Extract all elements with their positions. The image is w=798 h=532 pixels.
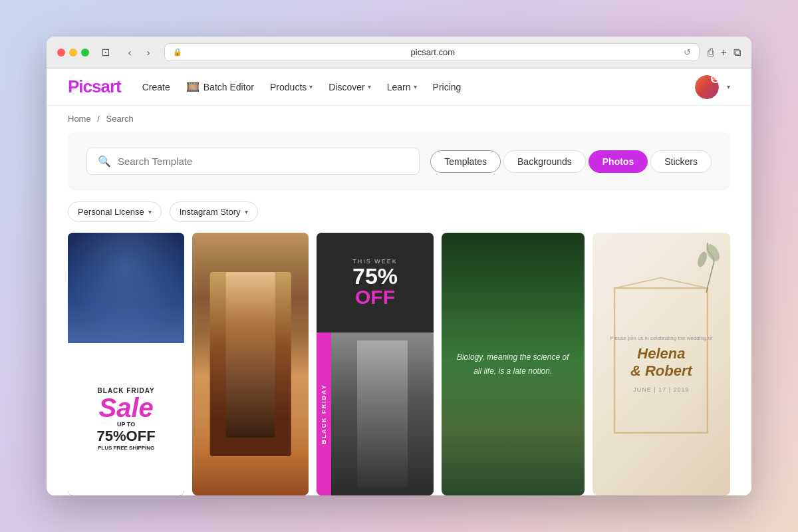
search-icon: 🔍 — [98, 155, 111, 168]
nav-right: 10+ ▾ — [695, 75, 730, 99]
nav-item-products[interactable]: Products ▾ — [270, 82, 313, 92]
new-tab-icon[interactable]: + — [721, 47, 727, 59]
breadcrumb: Home / Search — [47, 106, 751, 132]
discover-dropdown-arrow: ▾ — [368, 83, 371, 90]
url-text: picsart.com — [186, 47, 680, 57]
address-bar[interactable]: 🔒 picsart.com ↺ — [164, 43, 700, 61]
products-dropdown-arrow: ▾ — [309, 83, 313, 90]
maximize-button[interactable] — [81, 49, 89, 57]
filter-photos-button[interactable]: Photos — [589, 150, 648, 173]
nav-arrows: ‹ › — [122, 45, 156, 61]
shipping-label: PLUS FREE SHIPPING — [98, 445, 154, 451]
learn-dropdown-arrow: ▾ — [414, 83, 417, 90]
sidebar-toggle-button[interactable]: ⊡ — [97, 45, 114, 60]
biology-quote-text: Biology, meaning the science of all life… — [455, 350, 571, 378]
nav-item-learn[interactable]: Learn ▾ — [387, 82, 417, 92]
format-filter-label: Instagram Story — [180, 207, 241, 217]
wedding-date: JUNE | 17 | 2019 — [633, 386, 689, 393]
nav-create-label: Create — [142, 82, 170, 92]
nav-pricing-label: Pricing — [433, 82, 462, 92]
gallery-item-fashion[interactable] — [192, 233, 309, 495]
license-filter-label: Personal License — [78, 207, 144, 217]
bf-vertical-text: BLACK FRIDAY — [317, 332, 331, 495]
nav-item-discover[interactable]: Discover ▾ — [329, 82, 370, 92]
percent-off-label: 75%OFF — [97, 428, 156, 445]
nav-items: Create 🎞️ Batch Editor Products ▾ Discov… — [142, 80, 695, 93]
percent-75-label: 75% — [352, 265, 398, 287]
back-button[interactable]: ‹ — [122, 45, 138, 61]
up-to-label: UP TO — [117, 421, 135, 428]
license-dropdown-arrow: ▾ — [148, 208, 152, 215]
gallery-item-bf75[interactable]: THIS WEEK 75% OFF BLACK FRIDAY — [317, 233, 433, 495]
user-avatar[interactable]: 10+ — [695, 75, 719, 99]
lock-icon: 🔒 — [173, 48, 182, 57]
gallery-item-biology-quote[interactable]: Biology, meaning the science of all life… — [442, 233, 585, 495]
wedding-names: Helena & Robert — [630, 345, 692, 380]
sale-label: Sale — [98, 394, 153, 421]
search-row: 🔍 Templates Backgrounds Photos Stickers — [86, 148, 712, 175]
filter-backgrounds-button[interactable]: Backgrounds — [503, 150, 586, 173]
off-label: OFF — [355, 287, 395, 307]
nav-item-batch-editor[interactable]: 🎞️ Batch Editor — [186, 80, 254, 93]
gallery-item-black-friday-sale[interactable]: BLACK FRIDAY Sale UP TO 75%OFF PLUS FREE… — [68, 233, 184, 495]
gallery: BLACK FRIDAY Sale UP TO 75%OFF PLUS FREE… — [47, 233, 751, 495]
filters-row: Personal License ▾ Instagram Story ▾ — [47, 191, 751, 233]
share-icon[interactable]: ⎙ — [708, 47, 714, 59]
filter-stickers-button[interactable]: Stickers — [650, 150, 712, 173]
logo[interactable]: Picsart — [68, 76, 121, 97]
svg-line-1 — [614, 277, 661, 288]
search-input-wrapper: 🔍 — [86, 148, 420, 175]
breadcrumb-home[interactable]: Home — [68, 114, 91, 124]
tabs-icon[interactable]: ⧉ — [733, 47, 741, 59]
nav-item-create[interactable]: Create — [142, 82, 170, 92]
format-dropdown-arrow: ▾ — [245, 208, 248, 215]
user-dropdown-arrow[interactable]: ▾ — [727, 83, 730, 90]
svg-point-4 — [696, 251, 708, 269]
close-button[interactable] — [57, 49, 65, 57]
refresh-icon[interactable]: ↺ — [684, 47, 691, 57]
license-filter-dropdown[interactable]: Personal License ▾ — [68, 201, 162, 222]
gallery-item-wedding[interactable]: Please join us in celebrating the weddin… — [593, 233, 730, 495]
nav-batch-label: Batch Editor — [203, 82, 254, 92]
page-content: Picsart Create 🎞️ Batch Editor Products … — [47, 68, 751, 495]
filter-templates-button[interactable]: Templates — [430, 150, 501, 173]
top-nav: Picsart Create 🎞️ Batch Editor Products … — [47, 68, 751, 106]
nav-products-label: Products — [270, 82, 307, 92]
breadcrumb-current: Search — [106, 114, 134, 124]
traffic-lights — [57, 49, 89, 57]
wedding-invite-text: Please join us in celebrating the weddin… — [610, 335, 712, 341]
browser-actions: ⎙ + ⧉ — [708, 47, 741, 59]
format-filter-dropdown[interactable]: Instagram Story ▾ — [170, 201, 258, 222]
wedding-floral-decoration — [693, 239, 720, 293]
filter-buttons: Templates Backgrounds Photos Stickers — [430, 150, 712, 173]
nav-learn-label: Learn — [387, 82, 411, 92]
browser-chrome: ⊡ ‹ › 🔒 picsart.com ↺ ⎙ + ⧉ — [47, 37, 751, 68]
search-input[interactable] — [118, 156, 408, 167]
search-section: 🔍 Templates Backgrounds Photos Stickers — [68, 132, 730, 191]
batch-icon: 🎞️ — [186, 80, 200, 93]
minimize-button[interactable] — [69, 49, 77, 57]
browser-window: ⊡ ‹ › 🔒 picsart.com ↺ ⎙ + ⧉ Picsart Crea… — [47, 37, 751, 495]
breadcrumb-separator: / — [97, 114, 100, 124]
nav-discover-label: Discover — [329, 82, 364, 92]
forward-button[interactable]: › — [140, 45, 156, 61]
nav-item-pricing[interactable]: Pricing — [433, 82, 462, 92]
notification-badge: 10+ — [711, 75, 719, 83]
